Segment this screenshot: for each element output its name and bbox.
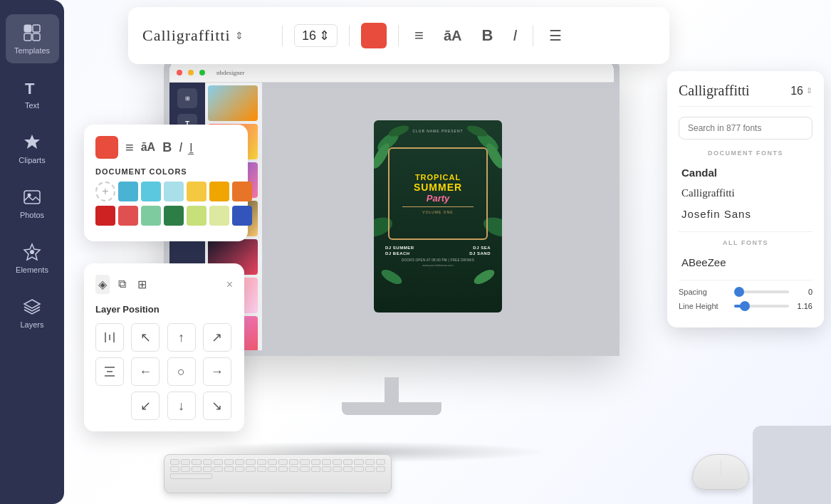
layer-tab-stack[interactable]: ⧉ bbox=[115, 275, 129, 294]
inner-toolbar: nbdesigner bbox=[169, 63, 614, 83]
svg-point-16 bbox=[380, 267, 404, 287]
color-grid-2 bbox=[95, 206, 236, 226]
spacing-slider[interactable] bbox=[734, 290, 789, 293]
layer-align-center[interactable]: ○ bbox=[167, 357, 196, 386]
mini-icon-1: ⊞ bbox=[177, 88, 197, 108]
sidebar-item-text[interactable]: T Text bbox=[6, 69, 59, 118]
sidebar-item-layers[interactable]: Layers bbox=[6, 288, 59, 337]
color-grid: + bbox=[95, 182, 236, 201]
line-height-slider[interactable] bbox=[734, 305, 789, 308]
keyboard-keys bbox=[164, 455, 391, 483]
font-item-josefin[interactable]: Josefin Sans bbox=[679, 204, 812, 224]
key bbox=[343, 466, 352, 472]
line-spacing-icon[interactable]: ☰ bbox=[545, 24, 566, 47]
color-cell-9[interactable] bbox=[164, 206, 184, 226]
key bbox=[365, 459, 375, 465]
spacing-value: 0 bbox=[795, 288, 812, 296]
decorative-grey-rect bbox=[753, 426, 831, 504]
align-icon[interactable]: ≡ bbox=[410, 23, 428, 48]
color-cell-8[interactable] bbox=[141, 206, 161, 226]
sidebar-item-cliparts[interactable]: Cliparts bbox=[6, 124, 59, 173]
underline-icon-palette[interactable]: I̲ bbox=[189, 141, 193, 154]
layer-card-header: ◈ ⧉ ⊞ × bbox=[95, 275, 233, 294]
color-cell-1[interactable] bbox=[141, 182, 161, 201]
key bbox=[268, 466, 277, 472]
text-size-icon[interactable]: āA bbox=[439, 25, 466, 47]
svg-point-15 bbox=[466, 123, 488, 139]
key bbox=[354, 459, 363, 465]
key bbox=[376, 459, 385, 465]
italic-icon[interactable]: I bbox=[508, 23, 521, 48]
font-selector[interactable]: Calligraffitti ⇕ bbox=[142, 26, 271, 45]
layer-distribute-v[interactable] bbox=[95, 357, 124, 386]
color-swatch-button[interactable] bbox=[361, 23, 387, 48]
font-size-selector[interactable]: 16 ⇕ bbox=[294, 24, 338, 47]
line-height-thumb[interactable] bbox=[740, 301, 750, 311]
dot-green bbox=[199, 70, 205, 75]
font-item-abeezee[interactable]: ABeeZee bbox=[679, 252, 812, 273]
font-search-input[interactable] bbox=[679, 117, 812, 140]
text-icon: T bbox=[22, 78, 42, 98]
font-panel-size-arrows: ⇕ bbox=[806, 86, 812, 95]
color-cell-5[interactable] bbox=[232, 182, 252, 201]
layer-align-left[interactable]: ← bbox=[131, 357, 160, 386]
color-cell-11[interactable] bbox=[209, 206, 229, 226]
align-left-icon[interactable]: ≡ bbox=[125, 140, 134, 156]
font-panel-size-selector[interactable]: 16 ⇕ bbox=[790, 85, 812, 98]
svg-rect-2 bbox=[24, 33, 31, 41]
color-cell-4[interactable] bbox=[209, 182, 229, 201]
font-arrow-icon: ⇕ bbox=[235, 30, 244, 41]
layer-align-bottom-right[interactable]: ↘ bbox=[203, 392, 231, 420]
key bbox=[203, 459, 212, 465]
sidebar-item-elements[interactable]: Elements bbox=[6, 233, 59, 283]
color-cell-3[interactable] bbox=[187, 182, 207, 201]
stand-base bbox=[342, 402, 441, 415]
text-size-icon-palette[interactable]: āA bbox=[141, 141, 155, 154]
color-cell-10[interactable] bbox=[187, 206, 207, 226]
layer-align-right[interactable]: → bbox=[203, 357, 231, 386]
sidebar-item-photos[interactable]: Photos bbox=[6, 179, 59, 228]
key bbox=[203, 466, 212, 472]
key bbox=[170, 466, 179, 472]
layer-align-bottom[interactable]: ↓ bbox=[167, 392, 196, 420]
layer-close-button[interactable]: × bbox=[226, 278, 233, 291]
bold-icon[interactable]: B bbox=[477, 23, 497, 48]
line-height-label: Line Height bbox=[679, 302, 728, 310]
color-cell-7[interactable] bbox=[118, 206, 138, 226]
sidebar-item-templates[interactable]: Templates bbox=[6, 14, 59, 63]
color-cell-12[interactable] bbox=[232, 206, 252, 226]
layer-align-top-right[interactable]: ↗ bbox=[203, 323, 231, 352]
inner-app-name: nbdesigner bbox=[216, 69, 245, 76]
layer-align-bottom-left[interactable]: ↙ bbox=[131, 392, 160, 420]
layer-position-title: Layer Position bbox=[95, 304, 233, 315]
spacing-thumb[interactable] bbox=[734, 287, 744, 297]
mouse bbox=[692, 454, 749, 490]
key bbox=[322, 466, 331, 472]
key bbox=[246, 459, 255, 465]
color-cell-2[interactable] bbox=[164, 182, 184, 201]
color-cell-0[interactable] bbox=[118, 182, 138, 201]
layer-align-top[interactable]: ↑ bbox=[167, 323, 196, 352]
font-item-candal[interactable]: Candal bbox=[679, 162, 812, 183]
layer-grid: ↖ ↑ ↗ ← ○ → ↙ ↓ ↘ bbox=[95, 323, 233, 420]
layer-tab-align[interactable]: ◈ bbox=[95, 275, 110, 294]
font-item-calligraffitti[interactable]: Calligraffitti bbox=[679, 183, 812, 204]
key bbox=[214, 466, 223, 472]
svg-rect-3 bbox=[33, 33, 40, 41]
svg-point-17 bbox=[472, 267, 497, 287]
add-color-button[interactable]: + bbox=[95, 182, 115, 201]
italic-icon-palette[interactable]: I bbox=[179, 140, 182, 155]
cliparts-label: Cliparts bbox=[19, 156, 45, 164]
key bbox=[192, 459, 201, 465]
layer-tab-grid[interactable]: ⊞ bbox=[135, 275, 150, 294]
poster-divider bbox=[402, 206, 474, 207]
spacebar bbox=[170, 473, 212, 479]
bold-icon-palette[interactable]: B bbox=[162, 140, 172, 155]
all-fonts-label: ALL FONTS bbox=[679, 239, 812, 246]
layer-distribute-h[interactable] bbox=[95, 323, 124, 352]
palette-swatch[interactable] bbox=[95, 136, 118, 159]
key bbox=[322, 459, 331, 465]
key bbox=[289, 459, 298, 465]
color-cell-6[interactable] bbox=[95, 206, 115, 226]
layer-align-top-left[interactable]: ↖ bbox=[131, 323, 160, 352]
